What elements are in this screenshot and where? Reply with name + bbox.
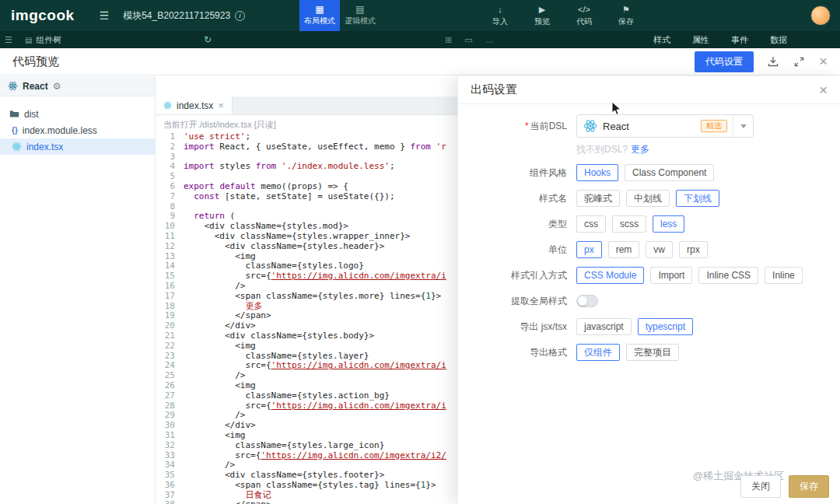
line-number: 25 [156, 371, 184, 381]
gear-icon[interactable]: ⚙ [53, 81, 61, 92]
tab-index-tsx[interactable]: index.tsx × [156, 96, 233, 114]
dsl-name: React [23, 81, 48, 92]
code-button[interactable]: </>代码 [566, 0, 602, 31]
option-Hooks[interactable]: Hooks [576, 164, 618, 181]
file-index.tsx[interactable]: index.tsx [0, 138, 155, 155]
option-typescript[interactable]: typescript [638, 318, 693, 335]
code-preview-header: 代码预览 代码设置 × [0, 48, 840, 75]
dsl-select[interactable]: React 精选 [576, 114, 754, 138]
dsl-header: React ⚙ [0, 76, 155, 96]
setting-row: 类型cssscssless [458, 215, 840, 233]
settings-close-icon[interactable]: × [819, 83, 828, 97]
settings-form: 组件风格HooksClass Component样式名驼峰式中划线下划线类型cs… [458, 163, 840, 362]
dsl-hint: 找不到DSL?更多 [576, 143, 754, 156]
option-rpx[interactable]: rpx [679, 241, 708, 258]
react-file-icon [163, 101, 172, 110]
setting-row: 导出格式仅组件完整项目 [458, 343, 840, 362]
layout-mode-button[interactable]: ▦布局模式 [299, 0, 340, 31]
setting-label: 样式引入方式 [458, 266, 576, 285]
option-vw[interactable]: vw [646, 241, 673, 258]
settings-title: 出码设置 [471, 82, 517, 97]
settings-footer: 关闭 保存 [740, 475, 829, 498]
option-javascript[interactable]: javascript [576, 318, 632, 335]
featured-badge: 精选 [701, 120, 727, 132]
refresh-icon[interactable]: ↻ [204, 34, 212, 45]
line-number: 12 [156, 242, 184, 252]
option-CSS Module[interactable]: CSS Module [576, 267, 644, 284]
logic-mode-icon: ▤ [355, 5, 364, 14]
option-rem[interactable]: rem [608, 241, 640, 258]
tab-close-icon[interactable]: × [218, 100, 224, 111]
line-number: 31 [156, 431, 184, 441]
panel-tab-数据[interactable]: 数据 [770, 34, 787, 46]
option-驼峰式[interactable]: 驼峰式 [576, 190, 620, 207]
grid-icon[interactable]: ⊞ [445, 35, 452, 45]
option-Inline CSS[interactable]: Inline CSS [698, 267, 758, 284]
file-index.module.less[interactable]: {}index.module.less [0, 122, 155, 138]
option-完整项目[interactable]: 完整项目 [626, 344, 679, 361]
setting-label: 类型 [458, 215, 576, 233]
import-button[interactable]: ↓导入 [482, 0, 518, 31]
more-dsl-link[interactable]: 更多 [631, 144, 649, 155]
option-px[interactable]: px [576, 241, 602, 258]
setting-row: 组件风格HooksClass Component [458, 163, 840, 182]
save-button[interactable]: ⚑保存 [608, 0, 644, 31]
code-preview-modal: 代码预览 代码设置 × React ⚙ dist{}index.module.l… [0, 48, 840, 504]
menu-icon[interactable]: ☰ [100, 9, 110, 22]
code-settings-button[interactable]: 代码设置 [695, 51, 754, 72]
panel-tabs: 样式属性事件数据 [653, 34, 787, 46]
required-mark: * [525, 121, 529, 131]
module-title-text: 模块54_B2022117125923 [123, 9, 230, 23]
setting-row: 样式引入方式CSS ModuleImportInline CSSInline [458, 266, 840, 285]
panel-tab-属性[interactable]: 属性 [692, 34, 709, 46]
option-中划线[interactable]: 中划线 [626, 190, 670, 207]
file-tree: dist{}index.module.lessindex.tsx [0, 96, 155, 155]
panel-tab-样式[interactable]: 样式 [653, 34, 670, 46]
option-less[interactable]: less [653, 215, 684, 233]
topbar: imgcook ☰ 模块54_B2022117125923 i ▦布局模式▤逻辑… [0, 0, 840, 31]
more-icon[interactable]: … [485, 35, 494, 45]
option-仅组件[interactable]: 仅组件 [576, 344, 620, 361]
panel-tab-事件[interactable]: 事件 [731, 34, 748, 46]
line-number: 11 [156, 232, 184, 242]
logic-mode-button[interactable]: ▤逻辑模式 [340, 0, 380, 31]
setting-label: 组件风格 [458, 163, 576, 182]
line-number: 16 [156, 282, 184, 292]
option-Import[interactable]: Import [650, 267, 692, 284]
topbar-actions: ↓导入▶预览</>代码⚑保存 [482, 0, 644, 31]
tab-label: index.tsx [177, 100, 213, 111]
option-css[interactable]: css [576, 215, 606, 233]
save-button[interactable]: 保存 [789, 475, 829, 498]
avatar[interactable] [810, 5, 831, 26]
setting-label: 导出格式 [458, 343, 576, 362]
option-Inline[interactable]: Inline [765, 267, 803, 284]
react-file-icon [12, 142, 22, 152]
code-icon: </> [578, 5, 590, 15]
component-tree-label: 组件树 [36, 34, 61, 46]
braces-icon: {} [12, 126, 18, 135]
preview-button[interactable]: ▶预览 [524, 0, 560, 31]
option-scss[interactable]: scss [612, 215, 646, 233]
info-icon[interactable]: i [235, 11, 245, 21]
setting-row: 提取全局样式 [458, 292, 840, 310]
imgcook-logo[interactable]: imgcook [11, 7, 75, 24]
download-icon[interactable] [766, 54, 780, 68]
component-tree-toggle[interactable]: ▤ 组件树 [25, 34, 61, 46]
mode-button-group: ▦布局模式▤逻辑模式 [299, 0, 380, 31]
collapse-menu-icon[interactable]: ☰ [5, 35, 12, 45]
line-number: 7 [156, 192, 184, 202]
folder-icon [9, 109, 19, 119]
file-panel: React ⚙ dist{}index.module.lessindex.tsx [0, 76, 156, 504]
option-下划线[interactable]: 下划线 [676, 190, 719, 207]
line-number: 2 [156, 142, 184, 152]
global-style-toggle[interactable] [576, 295, 598, 307]
modal-close-icon[interactable]: × [819, 54, 828, 68]
close-button[interactable]: 关闭 [740, 475, 781, 498]
chevron-down-icon[interactable] [733, 115, 753, 137]
setting-label: 提取全局样式 [458, 292, 576, 310]
frame-icon[interactable]: ▭ [464, 35, 472, 45]
option-Class Component[interactable]: Class Component [625, 164, 714, 181]
file-dist[interactable]: dist [0, 106, 155, 122]
expand-icon[interactable] [793, 54, 807, 68]
dsl-selected-value: React [603, 121, 629, 132]
